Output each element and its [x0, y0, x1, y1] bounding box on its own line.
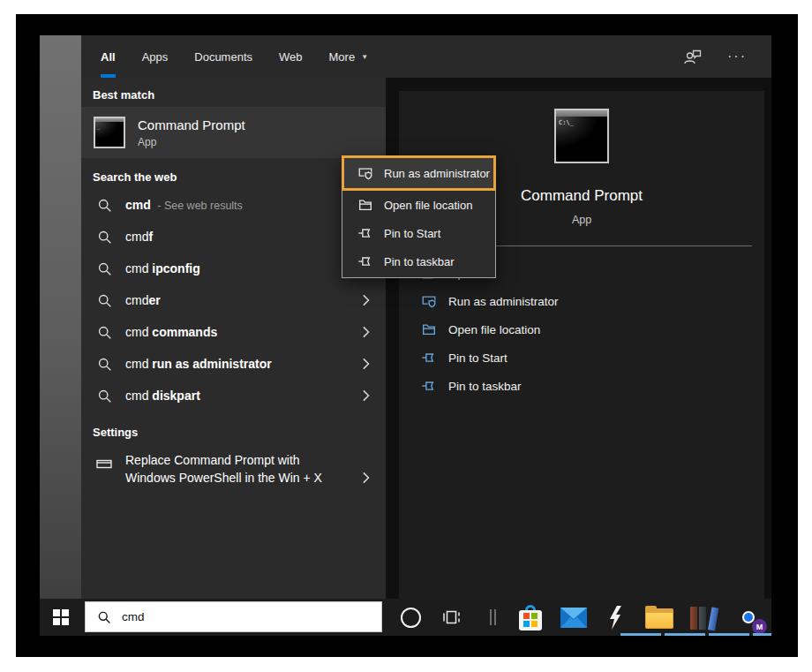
run-as-admin-icon	[421, 293, 437, 309]
tab-all[interactable]: All	[101, 35, 116, 78]
chevron-right-icon[interactable]	[362, 389, 370, 403]
chevron-right-icon[interactable]	[362, 326, 370, 339]
folder-icon	[421, 321, 437, 337]
cortana-button[interactable]	[397, 599, 424, 636]
best-match-title: Command Prompt	[138, 117, 245, 132]
tab-web[interactable]: Web	[279, 35, 303, 78]
windows-logo-icon	[53, 609, 69, 625]
search-suggestion[interactable]: cmd ipconfig	[81, 253, 386, 284]
mail-icon	[560, 608, 587, 628]
running-app-indicator	[753, 633, 771, 636]
books-icon	[688, 605, 718, 630]
pin-icon	[357, 225, 373, 241]
preview-action-open-file-location[interactable]: Open file location	[399, 315, 764, 344]
section-best-match: Best match	[81, 78, 386, 107]
tab-more[interactable]: More▼	[329, 35, 369, 78]
search-flyout: All Apps Documents Web More▼ ···	[81, 35, 771, 599]
preview-action-pin-to-start[interactable]: Pin to Start	[399, 344, 764, 372]
search-suggestion[interactable]: cmd run as administrator	[81, 348, 386, 380]
task-view-icon	[441, 608, 461, 626]
chevron-down-icon: ▼	[361, 53, 368, 61]
search-icon	[97, 389, 112, 404]
chevron-right-icon[interactable]	[362, 472, 370, 485]
cortana-icon	[401, 608, 421, 628]
microsoft-store-icon	[519, 605, 542, 630]
mail-button[interactable]	[558, 599, 590, 636]
see-more-icon[interactable]: ···	[727, 52, 747, 61]
tab-documents[interactable]: Documents	[194, 35, 252, 78]
results-panel: Best match _ Command Prompt App Search t…	[81, 78, 386, 599]
search-suggestion[interactable]: cmd - See web results	[81, 189, 386, 221]
preview-subtitle: App	[572, 214, 591, 226]
desktop-background-sliver	[40, 35, 81, 599]
section-search-the-web: Search the web	[81, 158, 386, 189]
context-menu-open-file-location[interactable]: Open file location	[342, 191, 495, 219]
search-suggestion[interactable]: cmder	[81, 284, 386, 316]
run-as-admin-icon	[357, 165, 373, 181]
search-tabs-bar: All Apps Documents Web More▼ ···	[81, 35, 771, 78]
chevron-right-icon[interactable]	[362, 294, 370, 307]
search-icon	[97, 293, 112, 308]
search-input[interactable]	[120, 609, 344, 624]
task-view-button[interactable]	[438, 599, 464, 636]
taskbar: M	[40, 599, 771, 636]
preview-title: Command Prompt	[521, 187, 643, 205]
library-app-button[interactable]	[686, 599, 721, 636]
taskbar-separator	[488, 599, 497, 636]
file-explorer-button[interactable]	[642, 599, 677, 636]
command-prompt-icon-large: C:\_	[554, 109, 609, 163]
screenshot-frame: All Apps Documents Web More▼ ···	[16, 14, 798, 657]
search-icon	[97, 230, 112, 245]
search-icon	[97, 198, 112, 213]
chrome-button[interactable]: M	[729, 599, 768, 636]
context-menu-pin-to-taskbar[interactable]: Pin to taskbar	[342, 247, 495, 276]
tab-apps[interactable]: Apps	[142, 35, 169, 78]
running-app-indicator	[709, 633, 749, 636]
screenshot: All Apps Documents Web More▼ ···	[0, 0, 812, 672]
file-explorer-icon	[645, 606, 673, 629]
search-icon	[97, 325, 112, 340]
search-suggestion[interactable]: cmd commands	[81, 316, 386, 348]
preview-action-pin-to-taskbar[interactable]: Pin to taskbar	[399, 372, 764, 400]
start-button[interactable]	[40, 599, 81, 636]
search-suggestion[interactable]: cmdf	[81, 221, 386, 253]
feedback-icon[interactable]	[683, 48, 703, 65]
lightning-app-button[interactable]	[603, 599, 629, 636]
search-icon	[97, 357, 112, 372]
running-app-indicator	[620, 633, 661, 636]
microsoft-store-button[interactable]	[515, 599, 545, 636]
lightning-icon	[609, 606, 624, 630]
section-settings: Settings	[81, 412, 386, 444]
pin-icon	[421, 350, 437, 366]
search-suggestion[interactable]: cmd diskpart	[81, 380, 386, 412]
best-match-result[interactable]: _ Command Prompt App	[81, 107, 386, 158]
search-icon	[97, 610, 111, 624]
context-menu-run-as-administrator[interactable]: Run as administrator	[342, 155, 496, 191]
chevron-right-icon[interactable]	[362, 358, 370, 371]
settings-result-label: Replace Command Prompt with Windows Powe…	[125, 451, 323, 487]
preview-action-run-as-administrator[interactable]: Run as administrator	[399, 287, 764, 315]
window-setting-icon	[95, 455, 113, 472]
settings-result[interactable]: Replace Command Prompt with Windows Powe…	[81, 444, 386, 495]
command-prompt-icon: _	[94, 117, 125, 148]
taskbar-search-box[interactable]	[85, 601, 382, 632]
chrome-icon: M	[735, 604, 762, 630]
chrome-profile-badge: M	[752, 619, 767, 634]
search-icon	[97, 261, 112, 276]
context-menu: Run as administrator Open file location …	[342, 155, 496, 278]
pin-icon	[421, 378, 437, 394]
pin-icon	[357, 253, 373, 269]
running-app-indicator	[665, 633, 705, 636]
context-menu-pin-to-start[interactable]: Pin to Start	[342, 219, 495, 247]
best-match-subtitle: App	[138, 136, 245, 148]
folder-icon	[357, 197, 373, 213]
